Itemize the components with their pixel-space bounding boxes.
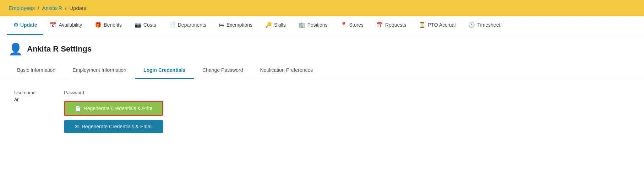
tab-change-password[interactable]: Change Password: [194, 62, 251, 79]
breadcrumb-current: Update: [69, 5, 86, 11]
tab-employment-information[interactable]: Employment Information: [64, 62, 135, 79]
pto-icon: ⏳: [419, 22, 426, 28]
tab-stores-label: Stores: [349, 22, 364, 28]
tab-positions[interactable]: 🏢 Positions: [292, 16, 334, 35]
content-area: Username ar Password 📄 Regenerate Creden…: [0, 79, 644, 144]
tab-benefits[interactable]: 🎁 Benefits: [88, 16, 128, 35]
btn-print-label: Regenerate Credentials & Print: [84, 106, 153, 111]
tab-availability-label: Availability: [59, 22, 82, 28]
tab-basic-information[interactable]: Basic Information: [9, 62, 64, 79]
breadcrumb-separator-2: /: [65, 5, 66, 11]
update-icon: ⚙: [13, 22, 18, 28]
print-icon: 📄: [75, 106, 81, 111]
username-value: ar: [14, 97, 36, 102]
tab-availability[interactable]: 📅 Availability: [43, 16, 88, 35]
tab-requests-label: Requests: [385, 22, 406, 28]
settings-tabs: Basic Information Employment Information…: [0, 62, 644, 79]
availability-icon: 📅: [50, 22, 56, 28]
timesheet-icon: 🕐: [468, 22, 475, 28]
tab-login-credentials[interactable]: Login Credentials: [135, 62, 194, 79]
username-label: Username: [14, 90, 36, 95]
password-section: Password 📄 Regenerate Credentials & Prin…: [64, 90, 163, 133]
skills-icon: 🔑: [265, 22, 272, 28]
tab-positions-label: Positions: [307, 22, 328, 28]
breadcrumb-employees[interactable]: Employees: [9, 5, 35, 11]
btn-email-label: Regenerate Credentials & Email: [82, 124, 153, 129]
regenerate-print-button[interactable]: 📄 Regenerate Credentials & Print: [64, 101, 163, 116]
tab-stores[interactable]: 📍 Stores: [334, 16, 370, 35]
breadcrumb: Employees / Ankita R / Update: [0, 0, 644, 16]
tab-exemptions-label: Exemptions: [227, 22, 252, 28]
positions-icon: 🏢: [299, 22, 305, 28]
tab-timesheet-label: Timesheet: [477, 22, 500, 28]
tab-departments[interactable]: 📄 Departments: [163, 16, 213, 35]
email-icon: ✉: [75, 124, 79, 129]
breadcrumb-separator-1: /: [38, 5, 39, 11]
tab-pto-accrual[interactable]: ⏳ PTO Accrual: [413, 16, 462, 35]
page-header: 👤 Ankita R Settings: [0, 35, 644, 59]
requests-icon: 📅: [376, 22, 383, 28]
benefits-icon: 🎁: [95, 22, 102, 28]
tab-pto-label: PTO Accrual: [428, 22, 455, 28]
top-nav: ⚙ Update 📅 Availability 🎁 Benefits 📷 Cos…: [0, 16, 644, 35]
tab-notification-preferences[interactable]: Notification Preferences: [252, 62, 322, 79]
regenerate-email-button[interactable]: ✉ Regenerate Credentials & Email: [64, 120, 163, 133]
password-label: Password: [64, 90, 163, 95]
costs-icon: 📷: [135, 22, 141, 28]
tab-skills-label: Skills: [274, 22, 286, 28]
tab-departments-label: Departments: [178, 22, 206, 28]
user-avatar-icon: 👤: [9, 42, 23, 56]
tab-update[interactable]: ⚙ Update: [7, 16, 43, 35]
username-field-group: Username ar: [14, 90, 36, 133]
tab-costs-label: Costs: [143, 22, 156, 28]
tab-update-label: Update: [20, 22, 37, 28]
tab-requests[interactable]: 📅 Requests: [370, 16, 413, 35]
breadcrumb-ankita[interactable]: Ankita R: [42, 5, 62, 11]
tab-skills[interactable]: 🔑 Skills: [259, 16, 292, 35]
tab-timesheet[interactable]: 🕐 Timesheet: [462, 16, 507, 35]
tab-exemptions[interactable]: 🛏 Exemptions: [213, 16, 259, 35]
page-title: Ankita R Settings: [27, 44, 92, 54]
tab-benefits-label: Benefits: [104, 22, 122, 28]
tab-costs[interactable]: 📷 Costs: [128, 16, 163, 35]
exemptions-icon: 🛏: [219, 22, 224, 28]
stores-icon: 📍: [340, 22, 347, 28]
departments-icon: 📄: [169, 22, 176, 28]
